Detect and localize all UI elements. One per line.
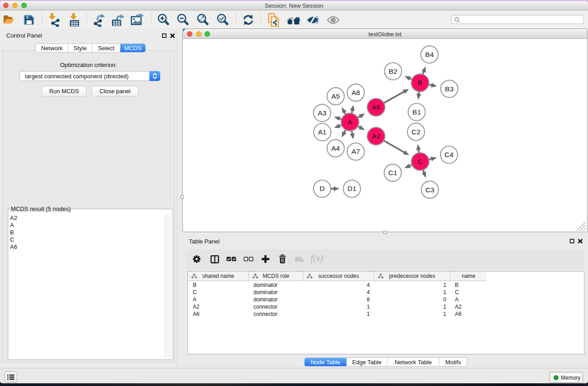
svg-text:C4: C4: [445, 151, 454, 158]
svg-text:B: B: [418, 79, 422, 86]
svg-text:A6: A6: [372, 103, 380, 111]
svg-text:A3: A3: [318, 109, 326, 117]
svg-text:C3: C3: [425, 186, 435, 194]
svg-text:A1: A1: [318, 128, 327, 136]
svg-text:A5: A5: [331, 92, 340, 100]
svg-text:D1: D1: [348, 185, 357, 192]
svg-text:B2: B2: [389, 67, 397, 75]
svg-text:D: D: [320, 185, 325, 192]
svg-text:B1: B1: [412, 108, 421, 116]
svg-text:A8: A8: [352, 89, 360, 96]
svg-text:A: A: [348, 118, 353, 126]
svg-text:B3: B3: [445, 85, 454, 93]
svg-text:C1: C1: [388, 169, 397, 176]
svg-text:A4: A4: [331, 144, 340, 152]
svg-text:A7: A7: [351, 148, 360, 155]
svg-text:B4: B4: [425, 51, 434, 58]
svg-text:A2: A2: [372, 132, 380, 140]
svg-text:C: C: [418, 157, 423, 165]
svg-text:C2: C2: [411, 128, 421, 136]
